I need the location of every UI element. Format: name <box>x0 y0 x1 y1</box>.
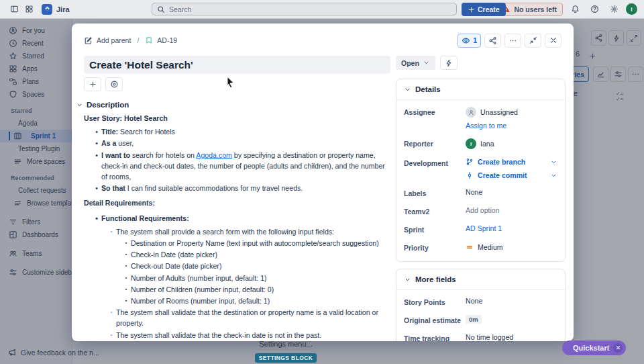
description-section-header[interactable]: Description <box>76 101 390 109</box>
collapse-sidebar-button[interactable] <box>7 2 21 17</box>
more-fields-panel: More fields Story Points None Original e… <box>396 269 566 341</box>
app-name: Jira <box>56 5 70 13</box>
bullet-marker: ◦ <box>107 330 116 340</box>
automation-button[interactable] <box>440 56 458 70</box>
help-button[interactable] <box>587 2 602 17</box>
teamv2-field[interactable]: Add option <box>466 206 500 216</box>
description-line: ◦The system shall provide a search form … <box>84 226 390 237</box>
labels-field[interactable]: None <box>466 188 482 197</box>
description-line: ▪Number of Rooms (number input, default:… <box>84 295 390 306</box>
bullet-marker: ▪ <box>121 249 131 260</box>
no-users-left-badge[interactable]: No users left <box>496 3 563 16</box>
notifications-button[interactable] <box>568 2 582 17</box>
more-fields-panel-header[interactable]: More fields <box>396 269 565 290</box>
close-icon <box>549 36 557 44</box>
watchers-button[interactable]: 1 <box>458 34 481 48</box>
annotation-tooltip: Settings menu... <box>239 340 333 348</box>
reporter-field[interactable]: I Iana <box>466 138 494 149</box>
issue-detail-modal: Add parent / AD-19 1 Create 'Hotel Searc… <box>72 24 574 341</box>
priority-medium-icon <box>466 243 474 251</box>
plus-icon <box>468 6 475 13</box>
mouse-cursor <box>225 76 235 87</box>
jira-logo-icon <box>44 5 51 13</box>
priority-label: Priority <box>404 242 466 252</box>
description-line: •I want to search for hotels on Agoda.co… <box>84 150 390 183</box>
search-input[interactable] <box>169 5 451 13</box>
description-line: ▪Check-out Date (date picker) <box>84 261 390 271</box>
gear-icon <box>610 5 619 13</box>
story-points-field[interactable]: None <box>466 297 482 306</box>
bullet-marker: ▪ <box>121 261 131 271</box>
add-content-button[interactable] <box>84 77 101 91</box>
more-actions-button[interactable] <box>504 34 521 48</box>
edit-icon <box>84 36 93 45</box>
global-search[interactable] <box>152 3 457 15</box>
unassigned-avatar-icon <box>466 107 476 118</box>
chevron-down-icon[interactable] <box>550 172 557 179</box>
eye-icon <box>462 36 470 45</box>
jira-logo[interactable]: Jira <box>42 4 70 15</box>
user-avatar[interactable]: I <box>626 3 637 15</box>
bullet-marker: ▪ <box>121 295 131 306</box>
bullet-marker: • <box>92 138 101 148</box>
settings-block-badge: SETTINGS BLOCK <box>255 353 317 363</box>
labels-label: Labels <box>404 188 466 197</box>
description-line: ◦The system shall validate that the dest… <box>84 307 390 328</box>
original-estimate-field[interactable]: 0m <box>466 315 482 324</box>
branch-icon <box>466 158 474 166</box>
bullet-marker: • <box>92 126 101 137</box>
share-issue-button[interactable] <box>484 34 501 48</box>
original-estimate-label: Original estimate <box>404 315 466 324</box>
search-icon <box>157 5 165 13</box>
details-panel: Details Assignee Unassigned Assign to me <box>396 79 566 262</box>
target-icon <box>110 80 119 89</box>
app-grid-icon <box>25 5 34 13</box>
story-points-label: Story Points <box>404 297 466 306</box>
lightning-icon <box>445 59 453 67</box>
close-modal-button[interactable] <box>545 34 561 48</box>
time-tracking-field[interactable]: No time logged <box>466 333 513 341</box>
bullet-marker: • <box>92 213 101 224</box>
bullet-marker: • <box>92 150 101 183</box>
sprint-link[interactable]: AD Sprint 1 <box>466 224 502 232</box>
teamv2-label: Teamv2 <box>404 206 466 216</box>
bullet-marker: ◦ <box>107 307 116 328</box>
bullet-marker: ◦ <box>107 226 116 237</box>
assign-to-me-link[interactable]: Assign to me <box>466 122 518 130</box>
assignee-field[interactable]: Unassigned Assign to me <box>466 107 518 130</box>
description-line: User Story: Hotel Search <box>84 113 390 124</box>
issue-key-link[interactable]: AD-19 <box>157 36 177 44</box>
commit-icon <box>466 171 474 179</box>
quickstart-close-icon[interactable]: ✕ <box>613 343 623 353</box>
apps-toolbar-button[interactable] <box>105 77 123 91</box>
collapse-modal-button[interactable] <box>525 34 541 48</box>
settings-annotation: Settings menu... SETTINGS BLOCK <box>239 340 333 363</box>
description-line: ▪Number of Adults (number input, default… <box>84 273 390 283</box>
chevron-down-icon <box>404 276 411 283</box>
plus-icon <box>89 81 97 88</box>
priority-field[interactable]: Medium <box>466 242 503 252</box>
chevron-down-icon <box>423 59 430 66</box>
reporter-label: Reporter <box>404 138 466 149</box>
create-button[interactable]: Create <box>462 3 506 16</box>
description-line: •As a user, <box>84 138 390 148</box>
create-branch-link[interactable]: Create branch <box>466 158 557 166</box>
description-line: •Title: Search for Hotels <box>84 126 390 137</box>
chevron-down-icon[interactable] <box>550 158 557 166</box>
settings-button[interactable] <box>606 2 621 17</box>
description-content[interactable]: User Story: Hotel Search•Title: Search f… <box>84 113 390 341</box>
issue-title[interactable]: Create 'Hotel Search' <box>84 56 390 74</box>
create-commit-link[interactable]: Create commit <box>466 171 557 179</box>
bullet-marker: ▪ <box>121 284 131 295</box>
add-parent-link[interactable]: Add parent <box>97 36 131 44</box>
status-dropdown[interactable]: Open <box>396 56 435 70</box>
app-switcher-button[interactable] <box>21 2 36 17</box>
description-line: ◦The system shall validate that the chec… <box>84 330 390 340</box>
description-line: •Functional Requirements: <box>84 213 390 224</box>
quickstart-button[interactable]: Quickstart ✕ <box>562 340 626 355</box>
reporter-avatar: I <box>466 138 476 149</box>
bullet-marker: ▪ <box>121 238 131 248</box>
assignee-label: Assignee <box>404 107 466 130</box>
details-panel-header[interactable]: Details <box>396 79 565 100</box>
agoda-link[interactable]: Agoda.com <box>196 151 232 159</box>
